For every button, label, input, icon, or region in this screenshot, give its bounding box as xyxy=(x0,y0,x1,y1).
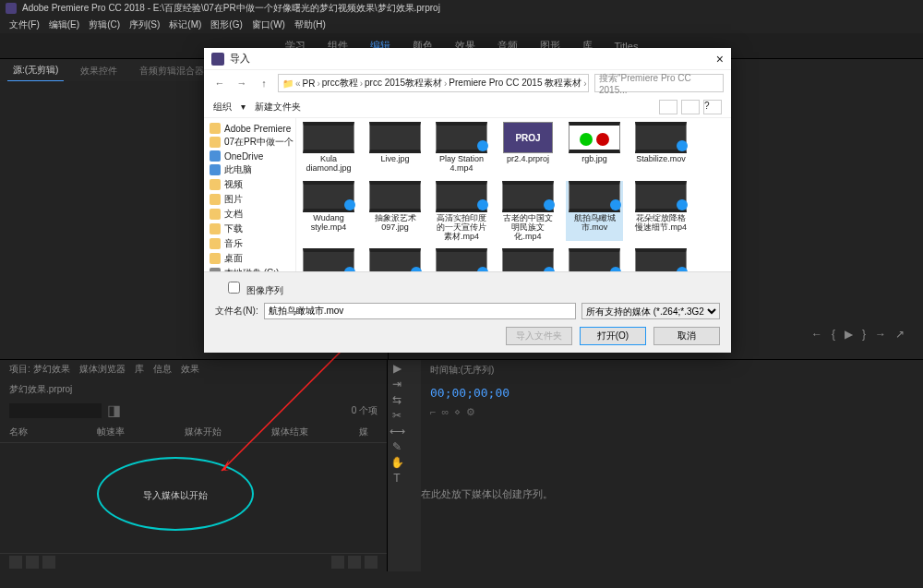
view-icon-icon[interactable] xyxy=(26,556,39,569)
sidebar-item[interactable]: 图片 xyxy=(208,192,292,207)
transport-export-icon[interactable]: ↗ xyxy=(895,328,905,341)
filename-input[interactable] xyxy=(264,303,576,319)
tab-effect-controls[interactable]: 效果控件 xyxy=(75,61,123,81)
marker-icon[interactable]: ⋄ xyxy=(454,406,461,418)
file-item[interactable]: 书法实拍.mov xyxy=(499,248,557,271)
file-item[interactable]: 花朵绽放降格慢速细节.mp4 xyxy=(632,181,689,242)
file-item[interactable]: 高清实拍印度的一天宣传片素材.mp4 xyxy=(433,181,490,242)
file-item[interactable]: 极致唯美人文素材_x264.mp4 xyxy=(300,248,357,271)
col-media-end[interactable]: 媒体结束 xyxy=(271,426,359,438)
tab-info[interactable]: 信息 xyxy=(153,363,172,378)
transport-play-icon[interactable]: ▶ xyxy=(845,328,853,341)
tab-media-browser[interactable]: 媒体浏览器 xyxy=(79,363,126,378)
timeline-dropzone[interactable]: 在此处放下媒体以创建序列。 xyxy=(421,420,553,568)
open-button[interactable]: 打开(O) xyxy=(580,327,646,345)
razor-tool-icon[interactable]: ✂ xyxy=(390,409,404,424)
sidebar-item[interactable]: 07在PR中做一个 xyxy=(208,135,292,150)
file-item[interactable]: Stabilize.mov xyxy=(632,122,689,174)
track-select-tool-icon[interactable]: ⇥ xyxy=(390,378,404,392)
sidebar-item[interactable]: OneDrive xyxy=(208,150,292,162)
sidebar-item[interactable]: 桌面 xyxy=(208,251,292,266)
type-tool-icon[interactable]: T xyxy=(390,472,404,486)
sidebar-item[interactable]: 视频 xyxy=(208,177,292,192)
timeline-tab-label[interactable]: 时间轴:(无序列) xyxy=(430,364,494,377)
cancel-button[interactable]: 取消 xyxy=(653,327,720,345)
close-icon[interactable]: × xyxy=(716,52,724,66)
file-item[interactable]: rgb.jpg xyxy=(566,122,623,174)
col-media-start[interactable]: 媒体开始 xyxy=(185,426,272,438)
trash-icon[interactable] xyxy=(365,556,378,569)
sidebar-item[interactable]: 下载 xyxy=(208,222,292,236)
file-item[interactable]: 航拍鸟瞰城市.mov xyxy=(566,181,623,242)
view-freeform-icon[interactable] xyxy=(42,556,55,569)
settings-icon[interactable]: ⚙ xyxy=(466,406,475,418)
menu-file[interactable]: 文件(F) xyxy=(9,18,40,31)
project-search-input[interactable] xyxy=(9,403,102,418)
nav-fwd-icon[interactable]: → xyxy=(234,75,250,91)
newfolder-button[interactable]: 新建文件夹 xyxy=(255,101,301,114)
slip-tool-icon[interactable]: ⟷ xyxy=(390,425,404,439)
selection-tool-icon[interactable]: ▶ xyxy=(390,362,404,377)
menu-sequence[interactable]: 序列(S) xyxy=(129,18,160,31)
import-folder-button[interactable]: 导入文件夹 xyxy=(506,327,572,345)
sidebar-item[interactable]: Adobe Premiere xyxy=(208,122,292,135)
crumb-1[interactable]: prcc教程 xyxy=(322,77,358,90)
transport-next-icon[interactable]: → xyxy=(875,328,886,341)
filetype-select[interactable]: 所有支持的媒体 (*.264;*.3G2;* xyxy=(581,303,720,319)
menu-edit[interactable]: 编辑(E) xyxy=(49,18,79,31)
col-media[interactable]: 媒 xyxy=(359,426,378,438)
menu-marker[interactable]: 标记(M) xyxy=(169,18,201,31)
file-item[interactable]: 绿布背景外国男人打开手机.mov xyxy=(433,248,490,271)
col-framerate[interactable]: 帧速率 xyxy=(97,426,185,438)
organize-button[interactable]: 组织 xyxy=(213,101,232,114)
transport-step-fwd-icon[interactable]: } xyxy=(862,328,866,341)
menu-clip[interactable]: 剪辑(C) xyxy=(89,18,120,31)
timecode[interactable]: 00;00;00;00 xyxy=(430,386,509,400)
dialog-titlebar[interactable]: 导入 × xyxy=(204,48,731,70)
view-details-icon[interactable] xyxy=(681,100,700,114)
sidebar-item[interactable]: 此电脑 xyxy=(208,162,292,177)
file-item[interactable]: 历史古人舞剑武术唯美剪逸练剑_onekeybatch.mp4 xyxy=(366,248,424,271)
bin-icon[interactable]: ◨ xyxy=(107,402,121,419)
file-item[interactable]: 唐蓝紫外景.mov xyxy=(566,248,623,271)
snap-icon[interactable]: ⌐ xyxy=(430,406,436,418)
tab-effects[interactable]: 效果 xyxy=(181,363,199,378)
menu-window[interactable]: 窗口(W) xyxy=(252,18,285,31)
tab-library[interactable]: 库 xyxy=(135,363,144,378)
menu-graphics[interactable]: 图形(G) xyxy=(210,18,242,31)
tab-source[interactable]: 源:(无剪辑) xyxy=(7,60,64,81)
hand-tool-icon[interactable]: ✋ xyxy=(390,456,404,471)
view-mode-icon[interactable] xyxy=(659,100,677,114)
pen-tool-icon[interactable]: ✎ xyxy=(390,440,404,455)
crumb-3[interactable]: Premiere Pro CC 2015 教程素材 xyxy=(449,77,581,90)
nav-up-icon[interactable]: ↑ xyxy=(256,75,272,91)
file-item[interactable]: 威尼斯_onekeybatch.mov xyxy=(632,248,689,271)
col-name[interactable]: 名称 xyxy=(9,426,97,438)
menu-help[interactable]: 帮助(H) xyxy=(294,18,326,31)
file-item[interactable]: 抽象派艺术097.jpg xyxy=(366,181,424,242)
file-item[interactable]: Wudang style.mp4 xyxy=(300,181,357,242)
help-icon[interactable]: ? xyxy=(703,100,722,114)
tab-project[interactable]: 项目: 梦幻效果 xyxy=(9,363,70,378)
breadcrumb[interactable]: 📁 « PR› prcc教程› prcc 2015教程素材› Premiere … xyxy=(278,74,589,92)
view-list-icon[interactable] xyxy=(9,556,22,569)
dialog-search[interactable]: 搜索"Premiere Pro CC 2015... xyxy=(594,74,724,92)
file-item[interactable]: Play Station 4.mp4 xyxy=(433,122,490,174)
new-bin-icon[interactable] xyxy=(331,556,344,569)
file-item[interactable]: Kula diamond.jpg xyxy=(300,122,357,174)
crumb-2[interactable]: prcc 2015教程素材 xyxy=(365,77,442,90)
crumb-0[interactable]: PR xyxy=(303,78,316,89)
ripple-tool-icon[interactable]: ⇆ xyxy=(390,393,404,408)
transport-step-back-icon[interactable]: { xyxy=(832,328,835,341)
sidebar-item[interactable]: 文档 xyxy=(208,207,292,222)
file-item[interactable]: 古老的中国文明民族文化.mp4 xyxy=(499,181,557,242)
file-item[interactable]: Live.jpg xyxy=(366,122,424,174)
new-item-icon[interactable] xyxy=(348,556,361,569)
image-sequence-checkbox[interactable] xyxy=(228,282,240,294)
sidebar-item[interactable]: 音乐 xyxy=(208,236,292,251)
file-item[interactable]: PROJpr2.4.prproj xyxy=(499,122,557,174)
transport-prev-icon[interactable]: ← xyxy=(811,328,822,341)
nav-back-icon[interactable]: ← xyxy=(211,75,228,91)
linked-icon[interactable]: ∞ xyxy=(441,406,449,418)
tab-audio-mixer[interactable]: 音频剪辑混合器 xyxy=(134,61,210,81)
